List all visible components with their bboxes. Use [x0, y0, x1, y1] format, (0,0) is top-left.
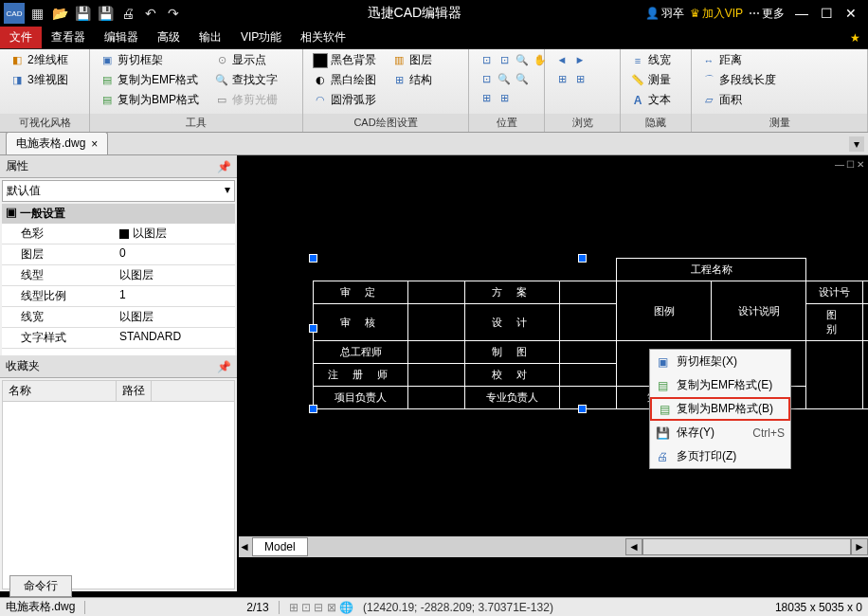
- status-page: 2/13: [246, 601, 268, 614]
- canvas-max-icon[interactable]: ☐: [846, 159, 855, 170]
- pos-icon: ⊡: [479, 52, 494, 67]
- dist-icon: ↔: [701, 53, 716, 68]
- blackbg-icon: [313, 53, 328, 68]
- btn-copy-bmp[interactable]: ▤复制为BMP格式: [96, 91, 203, 109]
- qat-new-icon[interactable]: ▦: [27, 3, 47, 24]
- crown-icon: ♛: [690, 7, 700, 20]
- vip-button[interactable]: ♛加入VIP: [690, 6, 743, 22]
- btn-measure[interactable]: 📏测量: [626, 71, 675, 89]
- pin-icon[interactable]: 📌: [217, 360, 231, 373]
- emf-icon: ▤: [654, 379, 671, 392]
- status-dimensions: 18035 x 5035 x 0: [775, 601, 862, 614]
- props-default-dropdown[interactable]: 默认值▾: [2, 180, 235, 202]
- scrollbar[interactable]: [642, 538, 851, 555]
- btn-clip-frame[interactable]: ▣剪切框架: [96, 51, 203, 69]
- status-icons[interactable]: ⊞ ⊡ ⊟ ⊠ 🌐: [289, 601, 353, 614]
- bmp-icon: ▤: [656, 403, 673, 416]
- poly-icon: ⌒: [701, 73, 716, 88]
- qat-saveas-icon[interactable]: 💾: [95, 3, 116, 24]
- model-tab[interactable]: Model: [252, 537, 308, 556]
- nav-icon: ◄: [554, 52, 570, 67]
- document-tab[interactable]: 电施表格.dwg ×: [6, 132, 108, 154]
- qat-save-icon[interactable]: 💾: [72, 3, 93, 24]
- tab-dropdown[interactable]: ▾: [849, 136, 864, 152]
- ctx-copy-bmp[interactable]: ▤复制为BMP格式(B): [650, 397, 790, 421]
- star-icon[interactable]: ★: [841, 27, 868, 48]
- ctx-copy-emf[interactable]: ▤复制为EMF格式(E): [650, 373, 790, 397]
- tab-advanced[interactable]: 高级: [148, 27, 190, 48]
- more-button[interactable]: ⋯更多: [749, 6, 785, 22]
- qat-undo-icon[interactable]: ↶: [140, 3, 161, 24]
- app-title: 迅捷CAD编辑器: [184, 5, 645, 22]
- btn-find-text[interactable]: 🔍查找文字: [210, 71, 281, 89]
- tab-editor[interactable]: 编辑器: [95, 27, 148, 48]
- nav-icon2: ⊞: [554, 71, 570, 86]
- properties-grid[interactable]: ▣ 一般设置 色彩以图层 图层0 线型以图层 线型比例1 线宽以图层 文字样式S…: [2, 204, 235, 355]
- props-section: ▣ 一般设置: [2, 204, 235, 224]
- pin-icon[interactable]: 📌: [217, 160, 231, 173]
- btn-pos2[interactable]: ⊡🔍🔍: [475, 70, 552, 87]
- tree-icon: ⊞: [391, 73, 407, 88]
- cube-icon: ◧: [9, 53, 25, 68]
- lw-icon: ≡: [630, 53, 645, 68]
- clip-icon: ▣: [654, 355, 671, 369]
- ctx-multiprint[interactable]: 🖨多页打印(Z): [650, 444, 790, 468]
- group-tools: 工具: [90, 114, 302, 132]
- canvas-close-icon[interactable]: ✕: [857, 159, 864, 170]
- tab-vip[interactable]: VIP功能: [231, 27, 291, 48]
- canvas-min-icon[interactable]: —: [835, 159, 844, 170]
- minimize-button[interactable]: —: [790, 3, 813, 24]
- btn-3d-view[interactable]: ◨3维视图: [6, 71, 72, 89]
- btn-smooth-arc[interactable]: ◠圆滑弧形: [309, 91, 380, 109]
- scroll-left-icon[interactable]: ◄: [625, 538, 642, 555]
- btn-pos3[interactable]: ⊞⊞: [475, 89, 552, 106]
- more-icon: ⋯: [749, 7, 760, 20]
- user-button[interactable]: 👤羽卒: [645, 6, 684, 22]
- favorites-table[interactable]: 名称路径: [2, 380, 235, 589]
- qat-print-icon[interactable]: 🖨: [118, 3, 138, 24]
- btn-nav1[interactable]: ◄►: [551, 51, 591, 68]
- ctx-save[interactable]: 💾保存(Y)Ctrl+S: [650, 421, 790, 444]
- cube3d-icon: ◨: [9, 73, 25, 88]
- bmp-icon: ▤: [99, 93, 115, 108]
- close-button[interactable]: ✕: [840, 3, 862, 24]
- emf-icon: ▤: [99, 73, 115, 88]
- group-hide: 隐藏: [621, 114, 691, 132]
- model-left-icon[interactable]: ◄: [239, 540, 248, 553]
- trim-icon: ▭: [214, 93, 229, 108]
- btn-layers[interactable]: ▥图层: [388, 51, 436, 69]
- btn-copy-emf[interactable]: ▤复制为EMF格式: [96, 71, 203, 89]
- print-icon: 🖨: [654, 450, 671, 463]
- btn-text[interactable]: A文本: [626, 91, 675, 109]
- bw-icon: ◐: [313, 73, 328, 88]
- close-tab-icon[interactable]: ×: [91, 137, 98, 151]
- btn-polyline-len[interactable]: ⌒多段线长度: [697, 71, 780, 89]
- ctx-clip-frame[interactable]: ▣剪切框架(X): [650, 350, 790, 373]
- btn-area[interactable]: ▱面积: [697, 91, 780, 109]
- btn-pos1[interactable]: ⊡⊡🔍✋: [475, 51, 552, 68]
- group-visual-style: 可视化风格: [0, 114, 89, 132]
- maximize-button[interactable]: ☐: [815, 3, 838, 24]
- tab-related[interactable]: 相关软件: [291, 27, 355, 48]
- group-cad-settings: CAD绘图设置: [303, 114, 468, 132]
- tab-viewer[interactable]: 查看器: [42, 27, 95, 48]
- btn-trim-raster[interactable]: ▭修剪光栅: [210, 91, 281, 109]
- status-file: 电施表格.dwg: [6, 599, 75, 615]
- group-position: 位置: [469, 114, 544, 132]
- tab-file[interactable]: 文件: [0, 27, 42, 48]
- btn-distance[interactable]: ↔距离: [697, 51, 780, 69]
- btn-bw-draw[interactable]: ◐黑白绘图: [309, 71, 380, 89]
- user-icon: 👤: [645, 7, 660, 20]
- btn-show-point[interactable]: ⊙显示点: [210, 51, 281, 69]
- btn-2d-wireframe[interactable]: ◧2维线框: [6, 51, 72, 69]
- btn-structure[interactable]: ⊞结构: [388, 71, 436, 89]
- btn-nav2[interactable]: ⊞⊞: [551, 70, 591, 87]
- commandline-tab[interactable]: 命令行: [9, 575, 72, 597]
- tab-output[interactable]: 输出: [190, 27, 231, 48]
- qat-open-icon[interactable]: 📂: [49, 3, 70, 24]
- arc-icon: ◠: [313, 93, 328, 108]
- btn-linewidth[interactable]: ≡线宽: [626, 51, 675, 69]
- scroll-right-icon[interactable]: ►: [851, 538, 868, 555]
- btn-black-bg[interactable]: 黑色背景: [309, 51, 380, 69]
- qat-redo-icon[interactable]: ↷: [163, 3, 184, 24]
